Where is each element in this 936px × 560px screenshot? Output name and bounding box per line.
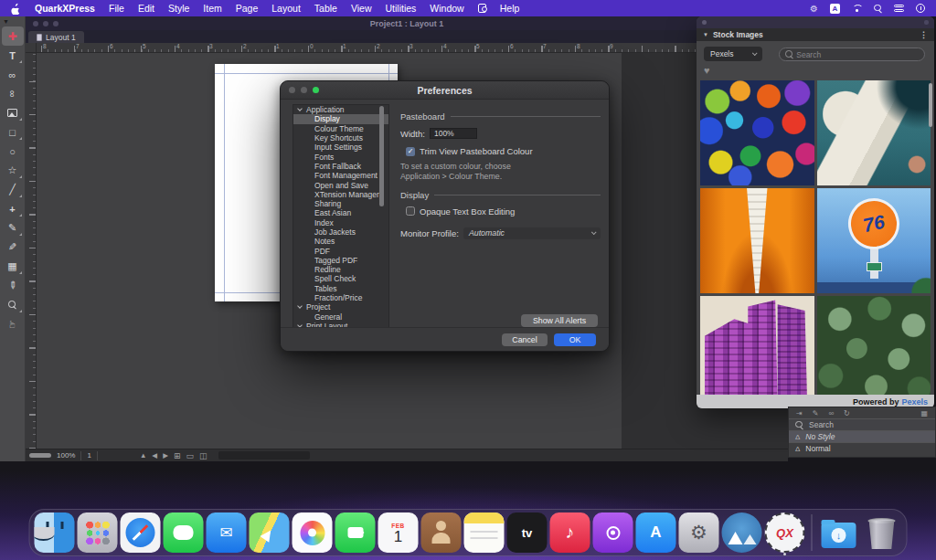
edit-style-icon[interactable]: ✎ [813, 409, 819, 417]
stock-image-gas-sign[interactable]: 76 [817, 188, 931, 293]
dock-mountain-app[interactable] [722, 512, 762, 553]
dock-podcasts[interactable] [593, 512, 633, 553]
sidebar-item-fonts[interactable]: Fonts [293, 152, 388, 161]
menu-view[interactable]: View [351, 3, 372, 14]
page-prev-icon[interactable]: ◀ [152, 451, 157, 460]
ok-button[interactable]: OK [554, 333, 596, 346]
pen-tool[interactable]: ✎ [2, 218, 24, 238]
monitor-profile-dropdown[interactable]: Automatic [463, 227, 601, 239]
sidebar-item-xtension-manager[interactable]: XTension Manager [293, 190, 388, 199]
preferences-titlebar[interactable]: Preferences [281, 81, 609, 100]
star-tool[interactable]: ☆ [2, 161, 24, 180]
sidebar-item-key-shortcuts[interactable]: Key Shortcuts [293, 133, 388, 143]
sidebar-item-tables[interactable]: Tables [293, 284, 388, 293]
sidebar-item-application[interactable]: Application [293, 105, 388, 114]
page-number-field[interactable]: 1 [87, 451, 90, 460]
stock-image-woman-by-sea[interactable] [817, 80, 931, 185]
dock-safari[interactable] [121, 512, 161, 553]
style-item-normal[interactable]: Δ Normal [789, 442, 935, 454]
stock-panel-titlebar[interactable] [697, 16, 934, 28]
sidebar-item-spell-check[interactable]: Spell Check [293, 274, 388, 283]
kebab-menu-icon[interactable]: ⋮ [920, 30, 928, 39]
menu-utilities[interactable]: Utilities [386, 3, 417, 14]
menu-item[interactable]: Item [203, 3, 221, 14]
gear-icon[interactable]: ⚙ [810, 4, 818, 14]
sidebar-item-font-fallback[interactable]: Font Fallback [293, 162, 388, 171]
sidebar-item-display[interactable]: Display [293, 114, 388, 123]
stock-image-purple-building[interactable] [700, 296, 814, 401]
sidebar-item-general[interactable]: General [293, 312, 388, 322]
dock-downloads[interactable]: ↓ [819, 512, 859, 553]
dock-facetime[interactable] [335, 512, 376, 553]
item-tool[interactable]: ✚ [2, 26, 24, 46]
menu-table[interactable]: Table [314, 3, 337, 14]
close-icon[interactable] [702, 20, 707, 25]
opaque-text-checkbox[interactable] [406, 206, 415, 216]
dock-trash[interactable] [862, 512, 902, 553]
table-tool[interactable]: ▦ [2, 257, 24, 276]
text-link-tool[interactable]: ∞ [2, 65, 24, 84]
panel-resize-icon[interactable] [924, 20, 929, 25]
oval-tool[interactable]: ○ [2, 142, 24, 161]
palette-collapse-icon[interactable]: ▼ [3, 18, 9, 26]
favorites-heart-icon[interactable]: ♥ [704, 65, 710, 76]
width-input[interactable]: 100% [430, 128, 477, 139]
dock-finder[interactable] [35, 512, 75, 553]
sidebar-item-sharing[interactable]: Sharing [293, 199, 388, 208]
view-grid-icon[interactable]: ⊞ [174, 451, 181, 460]
stock-search-field[interactable] [779, 48, 925, 61]
stock-image-ivy-leaves[interactable] [817, 296, 931, 401]
new-style-icon[interactable]: ⇥ [796, 409, 803, 417]
cancel-button[interactable]: Cancel [502, 333, 548, 346]
zoom-tool[interactable] [2, 295, 24, 314]
style-search-row[interactable]: Search [789, 418, 935, 430]
stock-search-input[interactable] [796, 50, 919, 59]
rectangle-tool[interactable]: □ [2, 122, 24, 142]
tab-layout-1[interactable]: Layout 1 [28, 31, 84, 43]
pan-tool[interactable]: ☟ [2, 314, 24, 333]
link-style-icon[interactable]: ∞ [828, 409, 834, 417]
show-all-alerts-button[interactable]: Show All Alerts [521, 314, 598, 327]
collapse-triangle-icon[interactable]: ▼ [703, 32, 708, 37]
line-tool[interactable]: ╱ [2, 180, 24, 199]
input-source-icon[interactable]: A [830, 4, 840, 14]
eyedropper-tool[interactable]: ✎ [2, 276, 24, 295]
dock-quarkxpress[interactable]: QX [765, 512, 805, 553]
stock-image-orange-tunnel[interactable] [700, 188, 814, 293]
search-icon[interactable] [874, 5, 882, 13]
dock-app-store[interactable]: A [636, 512, 676, 553]
text-tool[interactable]: T [2, 46, 24, 65]
menu-layout[interactable]: Layout [271, 3, 301, 14]
provider-dropdown[interactable]: Pexels [704, 47, 762, 61]
dock-mail[interactable]: ✉ [207, 512, 247, 553]
page-up-icon[interactable]: ▲ [140, 451, 146, 460]
stock-image-glass-flowers[interactable] [700, 80, 814, 185]
view-single-icon[interactable]: ▭ [186, 451, 194, 460]
menu-app-name[interactable]: QuarkXPress [35, 3, 95, 14]
sidebar-item-redline[interactable]: Redline [293, 265, 388, 274]
stock-panel-header[interactable]: ▼ Stock Images ⋮ [697, 28, 934, 41]
pexels-link[interactable]: Pexels [901, 397, 928, 407]
sidebar-item-tagged-pdf[interactable]: Tagged PDF [293, 256, 388, 265]
menu-file[interactable]: File [109, 3, 124, 14]
sidebar-item-job-jackets[interactable]: Job Jackets [293, 227, 388, 237]
menu-style[interactable]: Style [168, 3, 189, 14]
sidebar-item-index[interactable]: Index [293, 218, 388, 227]
menu-window[interactable]: Window [430, 3, 463, 14]
document-titlebar[interactable]: Project1 : Layout 1 [26, 16, 788, 30]
free-transform-tool[interactable]: + [2, 199, 24, 218]
sidebar-item-east-asian[interactable]: East Asian [293, 208, 388, 217]
dock-tv[interactable]: tv [507, 512, 548, 553]
sidebar-item-colour-theme[interactable]: Colour Theme [293, 124, 388, 133]
clock-icon[interactable] [916, 4, 925, 13]
freehand-tool[interactable]: ✎ [2, 238, 24, 257]
update-style-icon[interactable]: ↻ [844, 409, 850, 417]
list-view-icon[interactable]: ▦ [920, 409, 928, 417]
wifi-icon[interactable] [852, 5, 862, 13]
control-center-icon[interactable] [894, 5, 904, 13]
picture-box-tool[interactable] [2, 103, 24, 122]
dock-music[interactable]: ♪ [550, 512, 590, 553]
dock-notes[interactable] [464, 512, 505, 553]
script-menu-icon[interactable] [478, 4, 486, 13]
apple-menu-icon[interactable] [11, 3, 21, 15]
